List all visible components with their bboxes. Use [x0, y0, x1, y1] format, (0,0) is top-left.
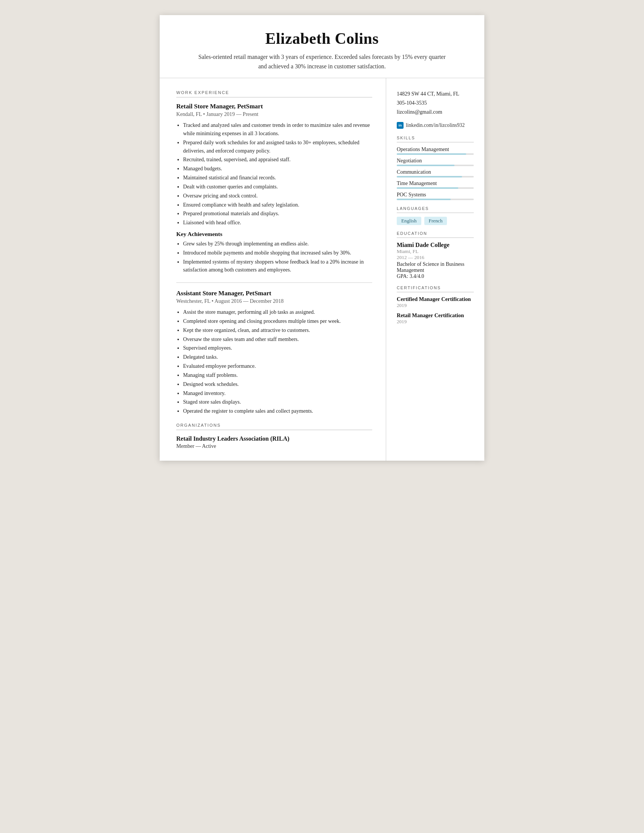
- edu-gpa: GPA: 3.4/4.0: [397, 273, 474, 280]
- edu-location: Miami, FL: [397, 248, 474, 254]
- linkedin-icon: in: [397, 122, 403, 129]
- cert-2-year: 2019: [397, 319, 474, 325]
- list-item: Oversaw pricing and stock control.: [183, 192, 372, 200]
- skill-row: Communication: [397, 169, 474, 177]
- list-item: Managed inventory.: [183, 389, 372, 397]
- edu-degree: Bachelor of Science in Business Manageme…: [397, 261, 474, 273]
- cert-1-name: Certified Manager Certification: [397, 296, 474, 302]
- list-item: Delegated tasks.: [183, 353, 372, 361]
- skill-row: Operations Management: [397, 146, 474, 155]
- job-1-meta: Kendall, FL • January 2019 — Present: [176, 111, 372, 117]
- work-experience-label: WORK EXPERIENCE: [176, 90, 372, 95]
- skill-bar-fill: [397, 199, 451, 200]
- list-item: Implemented systems of mystery shoppers …: [183, 258, 372, 275]
- skill-bar-bg: [397, 176, 474, 177]
- contact-email: lizcolins@gmail.com: [397, 108, 474, 117]
- languages-list: English French: [397, 217, 474, 225]
- job-1-achievements: Grew sales by 25% through implementing a…: [183, 240, 372, 274]
- list-item: Dealt with customer queries and complain…: [183, 183, 372, 191]
- contact-address: 14829 SW 44 CT, Miami, FL: [397, 90, 474, 98]
- organizations-label: ORGANIZATIONS: [176, 423, 372, 428]
- list-item: Assist the store manager, performing all…: [183, 308, 372, 317]
- list-item: Recruited, trained, supervised, and appr…: [183, 156, 372, 164]
- contact-linkedin: in linkedin.com/in/lizcolins932: [397, 122, 474, 129]
- skill-bar-fill: [397, 165, 454, 166]
- skill-row: Negotiation: [397, 158, 474, 166]
- skills-list: Operations Management Negotiation Commun…: [397, 146, 474, 200]
- contact-info: 14829 SW 44 CT, Miami, FL 305-104-3535 l…: [397, 90, 474, 117]
- list-item: Introduced mobile payments and mobile sh…: [183, 249, 372, 257]
- skill-name: Operations Management: [397, 146, 474, 153]
- cert-1-year: 2019: [397, 302, 474, 309]
- linkedin-url: linkedin.com/in/lizcolins932: [406, 122, 465, 129]
- organizations-section: ORGANIZATIONS Retail Industry Leaders As…: [176, 423, 372, 449]
- certifications-divider: [397, 292, 474, 292]
- list-item: Evaluated employee performance.: [183, 362, 372, 370]
- skill-row: Time Management: [397, 180, 474, 189]
- summary-text: Sales-oriented retail manager with 3 yea…: [194, 52, 450, 71]
- resume-page: Elizabeth Colins Sales-oriented retail m…: [160, 15, 484, 461]
- education-label: EDUCATION: [397, 231, 474, 236]
- contact-phone: 305-104-3535: [397, 98, 474, 108]
- candidate-name: Elizabeth Colins: [182, 29, 462, 48]
- key-achievements-label: Key Achievements: [176, 231, 372, 238]
- list-item: Staged store sales displays.: [183, 398, 372, 406]
- list-item: Operated the register to complete sales …: [183, 407, 372, 415]
- job-2: Assistant Store Manager, PetSmart Westch…: [176, 289, 372, 415]
- skill-name: Time Management: [397, 180, 474, 187]
- list-item: Ensured compliance with health and safet…: [183, 201, 372, 209]
- skill-bar-bg: [397, 165, 474, 166]
- list-item: Supervised employees.: [183, 344, 372, 352]
- edu-years: 2012 — 2016: [397, 254, 474, 261]
- edu-school: Miami Dade College: [397, 242, 474, 248]
- skill-row: POC Systems: [397, 191, 474, 200]
- resume-header: Elizabeth Colins Sales-oriented retail m…: [160, 15, 484, 78]
- org-role: Member — Active: [176, 443, 372, 449]
- skills-divider: [397, 142, 474, 142]
- job-divider: [176, 283, 372, 283]
- job-1-bullets: Tracked and analyzed sales and customer …: [183, 121, 372, 227]
- job-2-title: Assistant Store Manager, PetSmart: [176, 289, 372, 297]
- skill-bar-fill: [397, 176, 462, 177]
- skill-name: POC Systems: [397, 191, 474, 198]
- languages-divider: [397, 212, 474, 213]
- list-item: Liaisoned with head office.: [183, 219, 372, 227]
- certifications-label: CERTIFICATIONS: [397, 285, 474, 290]
- language-badge-english: English: [397, 217, 421, 225]
- list-item: Maintained statistical and financial rec…: [183, 174, 372, 182]
- skill-bar-bg: [397, 153, 474, 155]
- skill-bar-bg: [397, 187, 474, 189]
- skill-name: Negotiation: [397, 158, 474, 164]
- languages-label: LANGUAGES: [397, 206, 474, 211]
- education-section: Miami Dade College Miami, FL 2012 — 2016…: [397, 242, 474, 280]
- list-item: Managing staff problems.: [183, 371, 372, 380]
- work-experience-divider: [176, 97, 372, 97]
- list-item: Prepared promotional materials and displ…: [183, 209, 372, 218]
- job-2-meta: Westchester, FL • August 2016 — December…: [176, 298, 372, 304]
- cert-2-name: Retail Manager Certification: [397, 312, 474, 319]
- skill-bar-bg: [397, 199, 474, 200]
- certifications-list: Certified Manager Certification 2019 Ret…: [397, 296, 474, 325]
- job-2-bullets: Assist the store manager, performing all…: [183, 308, 372, 415]
- resume-body: WORK EXPERIENCE Retail Store Manager, Pe…: [160, 78, 484, 461]
- main-column: WORK EXPERIENCE Retail Store Manager, Pe…: [160, 78, 386, 461]
- list-item: Tracked and analyzed sales and customer …: [183, 121, 372, 138]
- list-item: Completed store opening and closing proc…: [183, 317, 372, 325]
- list-item: Grew sales by 25% through implementing a…: [183, 240, 372, 248]
- skill-bar-fill: [397, 153, 466, 155]
- job-1-title: Retail Store Manager, PetSmart: [176, 103, 372, 110]
- org-name: Retail Industry Leaders Association (RIL…: [176, 436, 372, 442]
- skill-bar-fill: [397, 187, 458, 189]
- list-item: Managed budgets.: [183, 165, 372, 173]
- list-item: Kept the store organized, clean, and att…: [183, 326, 372, 334]
- list-item: Oversaw the store sales team and other s…: [183, 335, 372, 344]
- skill-name: Communication: [397, 169, 474, 175]
- skills-label: SKILLS: [397, 135, 474, 140]
- list-item: Prepared daily work schedules for and as…: [183, 138, 372, 155]
- sidebar-column: 14829 SW 44 CT, Miami, FL 305-104-3535 l…: [386, 78, 484, 461]
- language-badge-french: French: [424, 217, 447, 225]
- education-divider: [397, 238, 474, 238]
- list-item: Designed work schedules.: [183, 380, 372, 389]
- job-1: Retail Store Manager, PetSmart Kendall, …: [176, 103, 372, 274]
- organizations-divider: [176, 430, 372, 430]
